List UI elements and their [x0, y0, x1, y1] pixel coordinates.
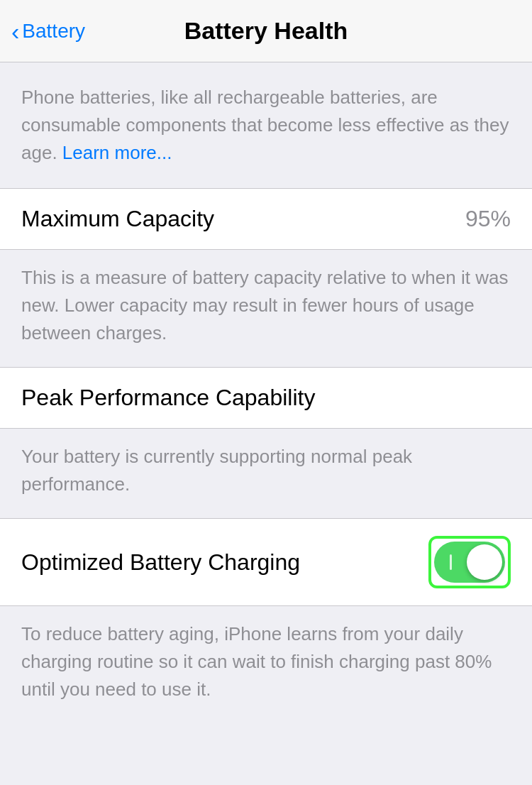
charging-description-section: To reduce battery aging, iPhone learns f… [0, 606, 532, 732]
navigation-bar: ‹ Battery Battery Health [0, 0, 532, 62]
maximum-capacity-row: Maximum Capacity 95% [0, 189, 532, 250]
capacity-description-text: This is a measure of battery capacity re… [21, 267, 508, 344]
back-button[interactable]: ‹ Battery [11, 19, 85, 43]
optimized-charging-row: Optimized Battery Charging [0, 519, 532, 606]
optimized-charging-label: Optimized Battery Charging [21, 549, 300, 576]
charging-description-text: To reduce battery aging, iPhone learns f… [21, 623, 492, 700]
toggle-knob [467, 544, 502, 580]
optimized-charging-toggle-wrapper [428, 536, 511, 588]
intro-section: Phone batteries, like all rechargeable b… [0, 62, 532, 189]
maximum-capacity-label: Maximum Capacity [21, 206, 214, 232]
learn-more-link[interactable]: Learn more... [62, 142, 172, 163]
capacity-description-section: This is a measure of battery capacity re… [0, 250, 532, 368]
intro-text: Phone batteries, like all rechargeable b… [21, 87, 509, 163]
optimized-charging-toggle[interactable] [434, 542, 505, 583]
toggle-line-icon [450, 554, 452, 570]
peak-description-text: Your battery is currently supporting nor… [21, 446, 412, 495]
page-title: Battery Health [184, 17, 348, 45]
peak-performance-row: Peak Performance Capability [0, 368, 532, 429]
chevron-left-icon: ‹ [11, 19, 19, 43]
peak-performance-label: Peak Performance Capability [21, 385, 315, 410]
peak-description-section: Your battery is currently supporting nor… [0, 429, 532, 519]
maximum-capacity-value: 95% [465, 206, 511, 232]
back-label: Battery [22, 20, 85, 43]
